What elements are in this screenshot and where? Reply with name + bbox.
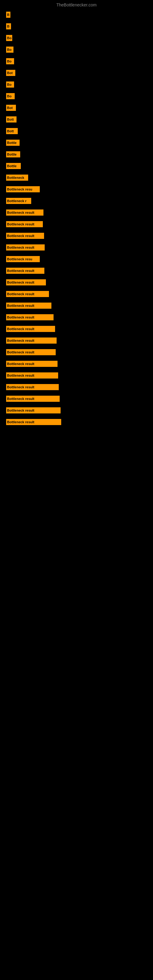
bar-row: Bottleneck result: [6, 337, 147, 344]
bar-row: B: [6, 23, 147, 29]
bar-label: Bo: [6, 93, 15, 99]
bar-label: Bo: [6, 46, 13, 52]
bar-row: Bo: [6, 81, 147, 88]
bar-row: Bottle: [6, 163, 147, 169]
bar-row: Bot: [6, 105, 147, 111]
bar-row: Bottleneck result: [6, 407, 147, 414]
bar-row: Bottleneck result: [6, 244, 147, 250]
bar-label: Bottleneck result: [6, 291, 49, 297]
bar-label: Bottleneck result: [6, 244, 45, 250]
bar-row: Bottle: [6, 151, 147, 158]
bar-row: Bottleneck result: [6, 419, 147, 425]
bar-row: Bottleneck result: [6, 221, 147, 227]
bar-row: Bottleneck result: [6, 291, 147, 297]
bar-row: Bottleneck result: [6, 396, 147, 402]
bar-label: Bottleneck result: [6, 268, 45, 274]
bar-row: Bottleneck result: [6, 372, 147, 379]
bar-row: Bottleneck result: [6, 279, 147, 285]
bar-label: Bottleneck result: [6, 210, 43, 216]
bar-label: Bottleneck result: [6, 326, 55, 332]
bar-label: Bottleneck resu: [6, 186, 40, 192]
bar-row: Bo: [6, 46, 147, 52]
bar-label: B: [6, 12, 10, 18]
bars-container: BBBoBoBoBotBoBoBotBottBottBottleBottleBo…: [0, 9, 153, 434]
bar-row: Bottleneck result: [6, 326, 147, 332]
bar-label: Bottleneck result: [6, 407, 61, 414]
bar-label: Bottleneck result: [6, 279, 46, 285]
bar-row: Bottleneck result: [6, 233, 147, 239]
bar-label: Bottleneck r: [6, 198, 31, 204]
bar-label: Bott: [6, 116, 16, 123]
bar-row: Bottleneck result: [6, 314, 147, 320]
bar-label: Bott: [6, 128, 18, 134]
bar-row: Bottleneck result: [6, 349, 147, 355]
bar-label: Bo: [6, 58, 14, 64]
bar-label: Bottleneck resu: [6, 256, 40, 262]
bar-row: Bottle: [6, 140, 147, 146]
bar-label: Bot: [6, 70, 15, 76]
bar-row: Bo: [6, 93, 147, 99]
bar-label: Bottleneck result: [6, 396, 60, 402]
bar-row: Bottleneck result: [6, 361, 147, 367]
bar-label: Bottle: [6, 151, 20, 158]
bar-label: Bottleneck result: [6, 361, 57, 367]
bar-row: Bo: [6, 58, 147, 64]
bar-label: Bo: [6, 35, 12, 41]
bar-label: Bottleneck result: [6, 349, 56, 355]
bar-row: Bottleneck resu: [6, 256, 147, 262]
bar-label: Bottleneck: [6, 175, 28, 181]
bar-label: Bot: [6, 105, 16, 111]
bar-label: Bottle: [6, 163, 21, 169]
bar-row: Bottleneck resu: [6, 186, 147, 192]
bar-label: Bottleneck result: [6, 419, 61, 425]
bar-label: B: [6, 23, 11, 29]
bar-row: Bottleneck result: [6, 268, 147, 274]
bar-label: Bo: [6, 81, 14, 88]
bar-row: Bott: [6, 116, 147, 123]
bar-label: Bottleneck result: [6, 337, 57, 344]
bar-row: Bottleneck result: [6, 210, 147, 216]
bar-row: B: [6, 12, 147, 18]
bar-label: Bottleneck result: [6, 372, 58, 379]
bar-row: Bottleneck r: [6, 198, 147, 204]
bar-row: Bot: [6, 70, 147, 76]
bar-label: Bottle: [6, 140, 19, 146]
bar-row: Bott: [6, 128, 147, 134]
bar-label: Bottleneck result: [6, 302, 51, 309]
site-title: TheBottlenecker.com: [0, 0, 153, 9]
bar-row: Bottleneck result: [6, 302, 147, 309]
bar-label: Bottleneck result: [6, 233, 44, 239]
bar-label: Bottleneck result: [6, 384, 59, 390]
bar-row: Bo: [6, 35, 147, 41]
bar-label: Bottleneck result: [6, 221, 43, 227]
bar-row: Bottleneck: [6, 175, 147, 181]
bar-row: Bottleneck result: [6, 384, 147, 390]
bar-label: Bottleneck result: [6, 314, 54, 320]
